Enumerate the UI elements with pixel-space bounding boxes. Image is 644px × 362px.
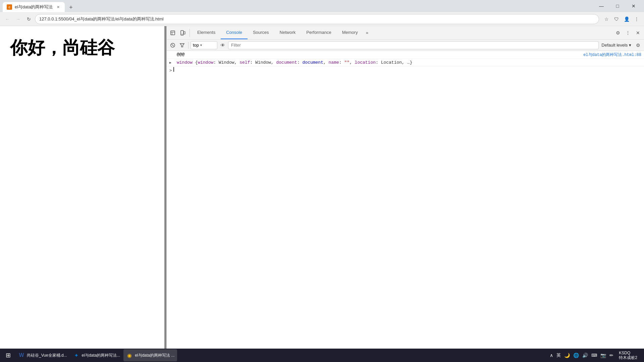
console-settings-button[interactable]: ⚙ [634,41,642,49]
inspect-element-button[interactable] [168,28,177,38]
refresh-button[interactable]: ↻ [24,14,34,24]
devtools-toolbar: Elements Console Sources Network Perform… [167,26,644,40]
volume-icon: 🔊 [582,353,588,358]
context-value: top [193,43,199,48]
tab-elements[interactable]: Elements [192,26,221,39]
address-bar-actions: ☆ 🛡 👤 ⋮ [602,14,641,24]
devtools-panel: Elements Console Sources Network Perform… [166,26,644,349]
tab-performance[interactable]: Performance [301,26,336,39]
weather-icon: 🌙 [564,353,570,358]
svg-marker-6 [180,44,184,47]
tab-title: el与data的两种写法 [15,4,53,10]
devtools-close-button[interactable]: ✕ [633,28,643,38]
network-icon: 🌐 [573,353,579,358]
log-text-aaa: @@@ [177,52,184,57]
window-object-preview: {window: Window, self: Window, document:… [195,60,413,65]
window-controls: — □ ✕ [594,0,641,12]
console-input-row: > [167,66,644,74]
title-bar: e el与data的两种写法 ✕ + — □ ✕ [0,0,644,12]
tab-network[interactable]: Network [274,26,301,39]
taskbar: ⊞ W 尚硅谷_Vue全家桶.d... ✦ el与data的两种写法... ◉ … [0,349,644,362]
clear-console-button[interactable] [169,41,177,49]
log-source-link-aaa[interactable]: el与data的两种写法.html:88 [583,52,641,58]
tray-network[interactable]: 🌐 [572,349,580,361]
console-cursor [173,67,174,72]
default-levels-arrow: ▾ [629,43,631,48]
maximize-button[interactable]: □ [610,0,625,12]
taskbar-tray: ∧ 英 🌙 🌐 🔊 ⌨ 📷 ✏ KSD [548,349,643,361]
vscode-icon: ✦ [73,352,80,359]
taskbar-item-vscode[interactable]: ✦ el与data的两种写法... [70,349,123,361]
console-toolbar-separator [188,42,189,49]
window-keyword: window [177,60,193,65]
close-button[interactable]: ✕ [626,0,641,12]
more-tabs-button[interactable]: » [363,26,371,39]
url-bar[interactable]: 127.0.0.1:5500/04_el与data的两种写法/el与data的两… [35,14,599,24]
chrome-icon: ◉ [126,352,133,359]
taskbar-item-word[interactable]: W 尚硅谷_Vue全家桶.d... [15,349,70,361]
console-prompt: > [169,68,172,73]
tray-time[interactable]: KSDQ 特木成桩2 [616,351,640,360]
extension-icon[interactable]: 🛡 [612,14,621,24]
console-toolbar: top ▾ 👁 Default levels ▾ ⚙ [167,40,644,51]
address-bar: ← → ↻ 127.0.0.1:5500/04_el与data的两种写法/el与… [0,12,644,26]
taskbar-vscode-label: el与data的两种写法... [82,353,120,358]
url-text: 127.0.0.1:5500/04_el与data的两种写法/el与data的两… [39,16,164,22]
console-filter-input[interactable] [228,41,599,49]
tray-expand-button[interactable]: ∧ [548,349,554,361]
console-filter-button[interactable] [178,41,186,49]
console-cursor-indicator[interactable] [173,67,174,73]
live-expression-button[interactable]: 👁 [219,41,227,49]
svg-rect-2 [184,32,185,34]
browser-tab[interactable]: e el与data的两种写法 ✕ [3,2,65,12]
screenshot-icon: 📷 [600,353,606,358]
tab-favicon: e [7,4,12,10]
tray-pen[interactable]: ✏ [608,349,615,361]
toolbar-separator [190,29,190,37]
context-selector[interactable]: top ▾ [191,41,217,49]
forward-button[interactable]: → [13,14,23,24]
log-entry-expand-spacer [169,52,174,53]
word-icon: W [18,352,25,359]
tab-console[interactable]: Console [221,26,248,39]
device-toolbar-button[interactable] [178,28,187,38]
bookmark-icon[interactable]: ☆ [602,14,611,24]
tab-area: e el与data的两种写法 ✕ + [3,0,75,12]
tray-input-method[interactable]: 英 [555,349,562,361]
taskbar-item-chrome[interactable]: ◉ el与data的两种写法 ... [123,349,177,361]
tab-memory[interactable]: Memory [337,26,363,39]
tray-expand-icon: ∧ [550,353,553,358]
devtools-tabs: Elements Console Sources Network Perform… [192,26,371,39]
taskbar-chrome-label: el与data的两种写法 ... [135,353,174,358]
menu-icon[interactable]: ⋮ [632,14,641,24]
start-icon: ⊞ [6,352,11,359]
console-log-entry-aaa: @@@ el与data的两种写法.html:88 [167,51,644,59]
log-entry-expand-arrow[interactable]: ▶ [169,60,174,65]
default-levels-selector[interactable]: Default levels ▾ [600,43,633,48]
taskbar-word-label: 尚硅谷_Vue全家桶.d... [27,353,67,358]
system-tray: ∧ 英 🌙 🌐 🔊 ⌨ 📷 ✏ [548,349,615,361]
minimize-button[interactable]: — [594,0,609,12]
context-dropdown-arrow: ▾ [200,43,202,47]
back-button[interactable]: ← [3,14,12,24]
page-heading: 你好，尚硅谷 [10,36,115,60]
profile-icon[interactable]: 👤 [622,14,631,24]
devtools-resize-handle[interactable] [164,26,166,349]
tray-screenshot[interactable]: 📷 [599,349,607,361]
console-log-entry-window: ▶ window {window: Window, self: Window, … [167,59,644,66]
console-output: @@@ el与data的两种写法.html:88 ▶ window {windo… [167,51,644,349]
svg-line-5 [172,44,174,46]
tray-keyboard[interactable]: ⌨ [590,349,598,361]
keyboard-icon: ⌨ [591,353,597,358]
devtools-more-button[interactable]: ⋮ [623,28,633,38]
tab-close-button[interactable]: ✕ [55,4,61,10]
tray-weather[interactable]: 🌙 [563,349,571,361]
devtools-settings-button[interactable]: ⚙ [613,28,623,38]
tray-time-line1: KSDQ [619,351,637,355]
tray-volume[interactable]: 🔊 [581,349,589,361]
tray-time-line2: 特木成桩2 [619,355,637,360]
start-button[interactable]: ⊞ [1,349,15,361]
svg-rect-1 [181,31,183,35]
new-tab-button[interactable]: + [66,3,75,12]
tab-sources[interactable]: Sources [248,26,274,39]
